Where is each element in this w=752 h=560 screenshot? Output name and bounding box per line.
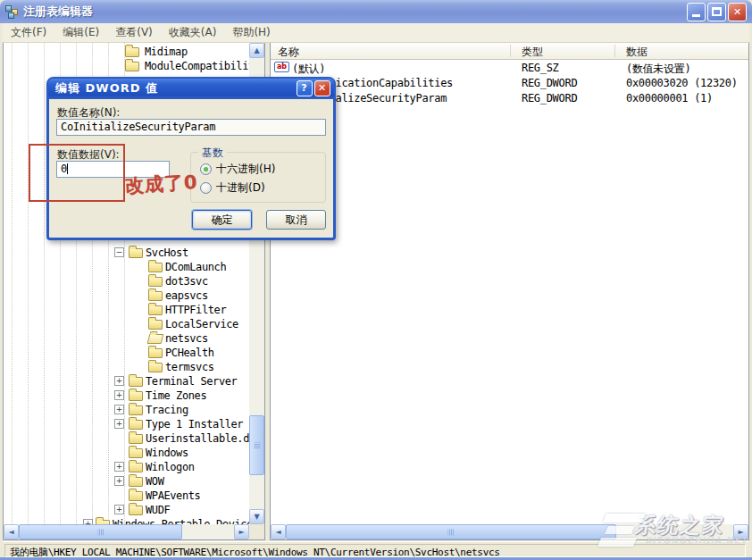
maximize-button[interactable] xyxy=(707,3,726,21)
tree-item-netsvcs[interactable]: netsvcs xyxy=(4,331,264,346)
folder-icon xyxy=(129,377,143,387)
tree-item-label: eapsvcs xyxy=(165,289,208,302)
tree-item-midimap[interactable]: Midimap xyxy=(4,45,264,59)
folder-icon xyxy=(148,277,163,287)
tree-item-type-1-installer[interactable]: +Type 1 Installer xyxy=(4,417,264,431)
collapse-icon[interactable]: − xyxy=(114,247,124,257)
folder-icon xyxy=(129,391,143,401)
tree-horizontal-scrollbar[interactable]: ◄ ► xyxy=(4,524,249,539)
folder-icon xyxy=(148,348,163,358)
value-type: REG_DWORD xyxy=(522,77,577,89)
tree-item-pchealth[interactable]: PCHealth xyxy=(4,346,264,360)
folder-icon xyxy=(129,448,143,458)
column-separator[interactable] xyxy=(510,45,511,57)
tree-item-label: ModuleCompatibility xyxy=(145,60,261,72)
menu-item-file[interactable]: 文件(F) xyxy=(3,23,54,42)
tree-item-wow[interactable]: +WOW xyxy=(4,474,264,489)
folder-icon xyxy=(129,420,143,430)
title-bar: 注册表编辑器 ✕ xyxy=(0,0,752,23)
tree-item-label: WUDF xyxy=(146,504,170,516)
hexadecimal-radio[interactable] xyxy=(200,163,212,175)
column-header-name[interactable]: 名称 xyxy=(278,45,299,60)
expand-icon[interactable]: + xyxy=(114,390,124,400)
folder-icon xyxy=(125,62,139,71)
menu-item-view[interactable]: 查看(V) xyxy=(107,23,161,42)
ok-button[interactable]: 确定 xyxy=(192,210,252,230)
column-header-data[interactable]: 数据 xyxy=(626,45,648,60)
value-row-coinitializesecurityparam[interactable]: 011CoInitializeSecurityParamREG_DWORD0x0… xyxy=(271,90,748,105)
close-button[interactable]: ✕ xyxy=(728,3,747,21)
scroll-right-button[interactable]: ► xyxy=(234,524,249,539)
cancel-button[interactable]: 取消 xyxy=(266,210,326,230)
expand-icon[interactable]: + xyxy=(114,476,124,486)
value-row-authenticationcapabilities[interactable]: 011AuthenticationCapabilitiesREG_DWORD0x… xyxy=(271,75,748,90)
dialog-close-button[interactable]: ✕ xyxy=(314,80,330,96)
watermark: 系统之家 XITONGZHIJIA.NET xyxy=(598,510,752,549)
tree-item-label: Windows xyxy=(146,447,188,459)
tree-item-label: Userinstallable.dri xyxy=(146,432,262,445)
folder-icon xyxy=(129,491,143,501)
tree-item-termsvcs[interactable]: termsvcs xyxy=(4,360,264,374)
maximize-icon xyxy=(712,7,722,16)
expand-icon[interactable]: + xyxy=(114,419,124,429)
tree-item-wudf[interactable]: +WUDF xyxy=(4,503,264,517)
menu-item-help[interactable]: 帮助(H) xyxy=(224,23,278,42)
menu-item-favorites[interactable]: 收藏夹(A) xyxy=(161,23,225,42)
tree-vscroll-thumb[interactable] xyxy=(249,415,264,475)
folder-icon xyxy=(148,320,163,330)
folder-icon xyxy=(129,434,143,444)
registry-editor-window: { "window": { "title": "注册表编辑器" }, "menu… xyxy=(0,0,752,560)
menu-bar: 文件(F)编辑(E)查看(V)收藏夹(A)帮助(H) xyxy=(3,23,749,43)
column-separator[interactable] xyxy=(614,45,615,57)
list-hscroll-thumb[interactable] xyxy=(286,524,616,539)
folder-icon xyxy=(148,263,163,272)
tree-item-modulecompatibility[interactable]: ModuleCompatibility xyxy=(4,59,264,73)
xitongzhijia-logo-icon xyxy=(598,510,650,549)
scroll-up-button[interactable]: ▲ xyxy=(249,43,264,58)
tree-item-label: SvcHost xyxy=(146,247,188,259)
dialog-help-button[interactable]: ? xyxy=(297,80,313,96)
expand-icon[interactable]: + xyxy=(114,376,124,386)
tree-item-tracing[interactable]: +Tracing xyxy=(4,403,264,417)
value-data: 0x00003020 (12320) xyxy=(626,77,738,89)
folder-icon xyxy=(129,477,143,487)
tree-item-wpaevents[interactable]: WPAEvents xyxy=(4,489,264,503)
hexadecimal-radio-row[interactable]: 十六进制(H) xyxy=(200,162,275,177)
tree-item-svchost[interactable]: −SvcHost xyxy=(4,246,264,260)
value-name-field[interactable]: CoInitializeSecurityParam xyxy=(56,119,326,136)
tree-hscroll-thumb[interactable] xyxy=(19,524,182,539)
scroll-down-button[interactable]: ▼ xyxy=(249,509,264,524)
tree-item-dot3svc[interactable]: dot3svc xyxy=(4,274,264,288)
tree-item-winlogon[interactable]: +Winlogon xyxy=(4,460,264,474)
base-groupbox: 基数 十六进制(H) 十进制(D) xyxy=(190,152,326,203)
menu-item-edit[interactable]: 编辑(E) xyxy=(54,23,107,42)
string-value-icon: ab xyxy=(274,62,289,72)
expand-icon[interactable]: + xyxy=(114,405,124,414)
folder-icon xyxy=(129,405,143,415)
value-row--默认-[interactable]: ab(默认)REG_SZ(数值未设置) xyxy=(271,60,748,75)
tree-item-terminal-server[interactable]: +Terminal Server xyxy=(4,374,264,389)
decimal-radio[interactable] xyxy=(200,182,212,194)
tree-item-dcomlaunch[interactable]: DComLaunch xyxy=(4,260,264,274)
column-header-type[interactable]: 类型 xyxy=(522,45,543,60)
tree-item-eapsvcs[interactable]: eapsvcs xyxy=(4,288,264,303)
decimal-radio-row[interactable]: 十进制(D) xyxy=(200,180,265,196)
tree-item-windows[interactable]: Windows xyxy=(4,446,264,460)
scroll-left-button[interactable]: ◄ xyxy=(4,524,19,539)
dialog-title: 编辑 DWORD 值 xyxy=(55,81,158,95)
tree-item-label: netsvcs xyxy=(165,332,208,345)
expand-icon[interactable]: + xyxy=(114,462,124,472)
tree-item-time-zones[interactable]: +Time Zones xyxy=(4,389,264,403)
folder-icon xyxy=(129,463,143,472)
tree-item-label: Tracing xyxy=(146,404,188,416)
tree-item-userinstallable-dri[interactable]: Userinstallable.dri xyxy=(4,431,264,446)
expand-icon[interactable]: + xyxy=(114,505,124,514)
folder-icon xyxy=(129,506,143,515)
tree-item-localservice[interactable]: LocalService xyxy=(4,317,264,331)
value-name-text: CoInitializeSecurityParam xyxy=(61,121,215,133)
tree-item-label: Midimap xyxy=(145,46,188,58)
minimize-button[interactable] xyxy=(687,3,706,21)
scroll-left-button[interactable]: ◄ xyxy=(271,524,286,539)
tree-item-httpfilter[interactable]: HTTPFilter xyxy=(4,303,264,317)
folder-icon xyxy=(129,248,143,258)
